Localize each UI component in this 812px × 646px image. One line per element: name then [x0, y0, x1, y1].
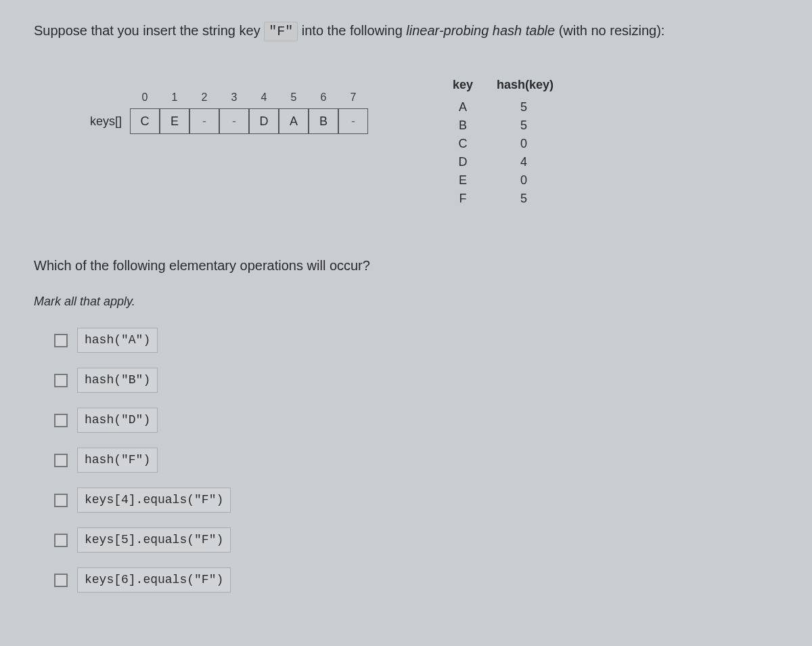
- option-label-keys6-equals: keys[6].equals("F"): [77, 567, 231, 593]
- keys-label: keys[]: [74, 112, 130, 131]
- diagram-area: 0 1 2 3 4 5 6 7 keys[] C E - - D A B - k…: [34, 76, 778, 208]
- option-label-hash-F: hash("F"): [77, 448, 158, 473]
- hash-header: key hash(key): [449, 76, 551, 94]
- option-label-keys5-equals: keys[5].equals("F"): [77, 527, 231, 553]
- question-prompt: Suppose that you insert the string key "…: [34, 20, 778, 42]
- cell-5: A: [279, 108, 309, 134]
- hash-row-E: E 0: [449, 171, 551, 190]
- hash-val-B: 5: [497, 116, 551, 135]
- option-hash-F[interactable]: hash("F"): [54, 448, 778, 473]
- hash-header-key: key: [449, 76, 476, 94]
- index-5: 5: [279, 89, 309, 106]
- index-0: 0: [130, 89, 160, 106]
- prompt-text-1: Suppose that you insert the string key: [34, 23, 264, 38]
- hash-row-F: F 5: [449, 190, 551, 208]
- cell-4: D: [249, 108, 279, 134]
- checkbox-hash-D[interactable]: [54, 414, 68, 427]
- question-2: Which of the following elementary operat…: [34, 255, 778, 276]
- inserted-key: "F": [264, 22, 298, 41]
- hash-key-A: A: [449, 98, 476, 116]
- option-label-keys4-equals: keys[4].equals("F"): [77, 488, 231, 513]
- array-indices: 0 1 2 3 4 5 6 7: [130, 89, 368, 106]
- checkbox-keys6-equals[interactable]: [54, 574, 68, 587]
- instructions: Mark all that apply.: [34, 293, 778, 311]
- index-3: 3: [219, 89, 249, 106]
- hash-key-C: C: [449, 135, 476, 153]
- options-list: hash("A") hash("B") hash("D") hash("F") …: [34, 328, 778, 593]
- prompt-italic: linear-probing hash table: [406, 23, 555, 38]
- index-1: 1: [160, 89, 189, 106]
- cell-3: -: [219, 108, 249, 134]
- option-keys6-equals[interactable]: keys[6].equals("F"): [54, 567, 778, 593]
- checkbox-keys4-equals[interactable]: [54, 494, 68, 507]
- cell-2: -: [189, 108, 219, 134]
- option-label-hash-B: hash("B"): [77, 368, 158, 393]
- hash-key-B: B: [449, 116, 476, 135]
- checkbox-hash-B[interactable]: [54, 374, 68, 387]
- hash-row-A: A 5: [449, 98, 551, 116]
- checkbox-keys5-equals[interactable]: [54, 534, 68, 547]
- cell-1: E: [160, 108, 189, 134]
- cell-7: -: [338, 108, 368, 134]
- keys-row: keys[] C E - - D A B -: [74, 108, 368, 134]
- option-hash-B[interactable]: hash("B"): [54, 368, 778, 393]
- cells: C E - - D A B -: [130, 108, 368, 134]
- array-block: 0 1 2 3 4 5 6 7 keys[] C E - - D A B -: [74, 89, 368, 134]
- prompt-text-3: (with no resizing):: [559, 23, 665, 38]
- option-keys4-equals[interactable]: keys[4].equals("F"): [54, 488, 778, 513]
- hash-val-F: 5: [497, 190, 551, 208]
- prompt-text-2: into the following: [302, 23, 407, 38]
- index-4: 4: [249, 89, 279, 106]
- hash-row-C: C 0: [449, 135, 551, 153]
- hash-row-B: B 5: [449, 116, 551, 135]
- hash-key-D: D: [449, 153, 476, 171]
- hash-header-val: hash(key): [497, 76, 551, 94]
- option-hash-D[interactable]: hash("D"): [54, 408, 778, 433]
- index-6: 6: [309, 89, 338, 106]
- cell-6: B: [309, 108, 338, 134]
- cell-0: C: [130, 108, 160, 134]
- hash-val-A: 5: [497, 98, 551, 116]
- index-2: 2: [189, 89, 219, 106]
- checkbox-hash-F[interactable]: [54, 454, 68, 467]
- option-label-hash-D: hash("D"): [77, 408, 158, 433]
- checkbox-hash-A[interactable]: [54, 334, 68, 347]
- hash-row-D: D 4: [449, 153, 551, 171]
- hash-val-C: 0: [497, 135, 551, 153]
- option-hash-A[interactable]: hash("A"): [54, 328, 778, 353]
- option-keys5-equals[interactable]: keys[5].equals("F"): [54, 527, 778, 553]
- hash-val-E: 0: [497, 171, 551, 190]
- hash-key-F: F: [449, 190, 476, 208]
- option-label-hash-A: hash("A"): [77, 328, 158, 353]
- hash-val-D: 4: [497, 153, 551, 171]
- index-7: 7: [338, 89, 368, 106]
- hash-key-E: E: [449, 171, 476, 190]
- hash-table: key hash(key) A 5 B 5 C 0 D 4 E 0 F 5: [449, 76, 551, 208]
